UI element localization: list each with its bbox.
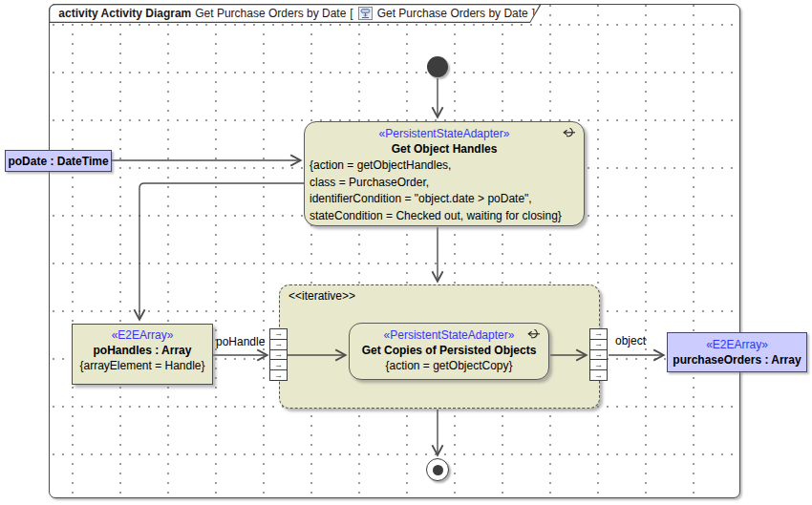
action-properties: {action = getObjectHandles, class = Purc… [305,158,584,224]
initial-node[interactable] [427,56,448,77]
action-name-label: Get Copies of Persisted Objects [350,343,548,358]
region-keyword-label: <<iterative>> [280,285,599,303]
final-node-dot [433,465,443,475]
stereotype-label: «E2EArray» [73,328,212,343]
edge-label-pohandle[interactable]: poHandle [216,335,265,348]
call-behavior-icon [561,126,577,143]
expansion-node-input[interactable]: → → → → → [269,328,288,381]
activity-diagram-icon [358,7,373,20]
property-line: {action = getObjectCopy} [350,358,548,375]
stereotype-label: «E2EArray» [668,338,806,352]
action-name-label: Get Object Handles [305,141,584,157]
edge-label-object[interactable]: object [615,334,646,347]
diagram-kind-label: activity Activity Diagram [58,7,191,20]
bracket-open: [ [350,7,353,20]
call-behavior-icon [525,327,542,345]
expansion-node-output[interactable]: → → → → → [589,328,608,381]
action-get-object-handles[interactable]: «PersistentStateAdapter» Get Object Hand… [304,121,585,226]
activity-diagram-canvas: <<iterative>> activity Activity Diagram … [0,0,812,505]
stereotype-label: «PersistentStateAdapter» [305,127,584,141]
property-line: {arrayElement = Handle} [73,358,212,375]
param-name-label: purchaseOrders : Array [668,352,806,368]
action-get-copies-of-persisted-objects[interactable]: «PersistentStateAdapter» Get Copies of P… [349,323,549,380]
param-purchaseorders[interactable]: «E2EArray» purchaseOrders : Array [667,332,807,372]
property-line: {action = getObjectHandles, [310,158,584,175]
property-line: identifierCondition = "object.date > poD… [310,191,584,208]
diagram-frame [49,4,740,498]
diagram-title-tab[interactable]: activity Activity Diagram Get Purchase O… [49,4,542,23]
property-line: stateCondition = Checked out, waiting fo… [310,208,584,225]
param-podate[interactable]: poDate : DateTime [5,150,112,172]
expansion-cell-arrow-icon: → [589,369,608,381]
property-line: class = PurchaseOrder, [310,175,584,192]
object-name-label: poHandles : Array [73,343,212,358]
expansion-cell-arrow-icon: → [269,369,288,381]
diagram-name-label: Get Purchase Orders by Date [195,7,346,20]
activity-final-node[interactable] [426,458,449,481]
diagram-frame-name-label: Get Purchase Orders by Date [377,7,528,20]
object-pohandles[interactable]: «E2EArray» poHandles : Array {arrayEleme… [72,324,213,385]
param-label: poDate : DateTime [6,154,111,169]
stereotype-label: «PersistentStateAdapter» [350,328,548,343]
